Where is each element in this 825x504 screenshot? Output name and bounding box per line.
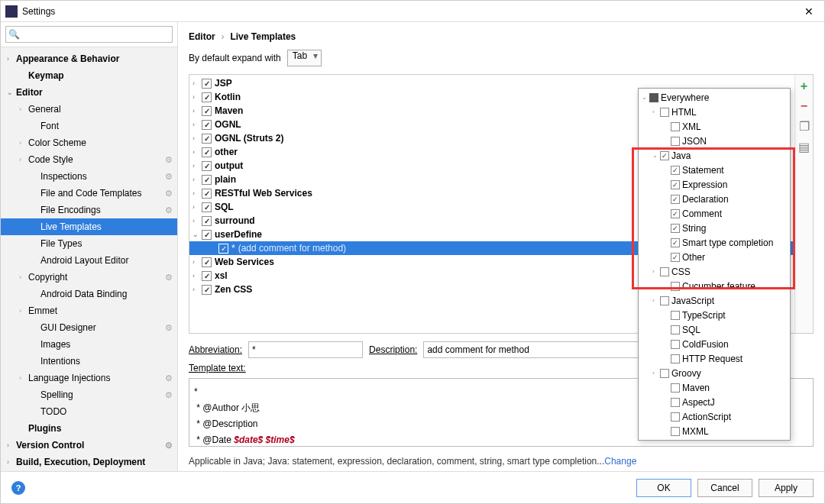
checkbox[interactable]	[218, 244, 228, 254]
checkbox[interactable]	[671, 166, 680, 175]
checkbox[interactable]	[649, 93, 658, 102]
breadcrumb-parent[interactable]: Editor	[189, 31, 215, 42]
sidebar-item-file-encodings[interactable]: File Encodings⚙	[1, 202, 177, 218]
sidebar-item-editor[interactable]: ⌄Editor	[1, 84, 177, 101]
checkbox[interactable]	[202, 79, 212, 89]
sidebar-item-language-injections[interactable]: ›Language Injections⚙	[1, 370, 177, 386]
context-item-http-request[interactable]: HTTP Request	[639, 351, 790, 366]
context-popup[interactable]: ⌄Everywhere›HTMLXMLJSON⌄JavaStatementExp…	[638, 88, 791, 441]
checkbox[interactable]	[202, 120, 212, 130]
checkbox[interactable]	[202, 285, 212, 295]
context-item-json[interactable]: JSON	[639, 134, 790, 148]
sidebar-item-appearance-behavior[interactable]: ›Appearance & Behavior	[1, 50, 177, 67]
sidebar-item-todo[interactable]: TODO	[1, 403, 177, 420]
checkbox[interactable]	[202, 147, 212, 157]
close-icon[interactable]: ✕	[798, 5, 820, 18]
sidebar-item-live-templates[interactable]: Live Templates	[1, 218, 177, 235]
apply-button[interactable]: Apply	[759, 479, 814, 497]
settings-tree[interactable]: ›Appearance & BehaviorKeymap⌄Editor›Gene…	[1, 47, 177, 471]
context-item-string[interactable]: String	[639, 221, 790, 235]
checkbox[interactable]	[671, 137, 680, 146]
ok-button[interactable]: OK	[636, 479, 691, 497]
context-item-typescript[interactable]: TypeScript	[639, 308, 790, 322]
sidebar-item-spelling[interactable]: Spelling⚙	[1, 386, 177, 403]
checkbox[interactable]	[202, 161, 212, 171]
checkbox[interactable]	[202, 230, 212, 240]
sidebar-item-font[interactable]: Font	[1, 118, 177, 134]
sidebar-item-keymap[interactable]: Keymap	[1, 67, 177, 84]
context-item-coldfusion[interactable]: ColdFusion	[639, 337, 790, 351]
expand-select[interactable]: Tab	[287, 50, 322, 66]
duplicate-icon[interactable]: ▤	[798, 140, 810, 154]
checkbox[interactable]	[671, 383, 680, 393]
checkbox[interactable]	[202, 175, 212, 185]
checkbox[interactable]	[671, 209, 680, 218]
checkbox[interactable]	[202, 216, 212, 226]
checkbox[interactable]	[202, 134, 212, 144]
context-item-html[interactable]: ›HTML	[639, 105, 790, 119]
sidebar-item-file-types[interactable]: File Types	[1, 235, 177, 252]
sidebar-item-emmet[interactable]: ›Emmet	[1, 302, 177, 319]
sidebar-item-code-style[interactable]: ›Code Style⚙	[1, 151, 177, 168]
context-item-sql[interactable]: SQL	[639, 322, 790, 337]
checkbox[interactable]	[671, 253, 680, 262]
sidebar-item-version-control[interactable]: ›Version Control⚙	[1, 437, 177, 454]
context-item-aspectj[interactable]: AspectJ	[639, 395, 790, 409]
cancel-button[interactable]: Cancel	[697, 479, 752, 497]
checkbox[interactable]	[660, 108, 669, 117]
sidebar-item-build-execution-deployment[interactable]: ›Build, Execution, Deployment	[1, 454, 177, 470]
checkbox[interactable]	[671, 224, 680, 233]
context-item-maven[interactable]: Maven	[639, 380, 790, 395]
context-item-xml[interactable]: XML	[639, 119, 790, 134]
checkbox[interactable]	[671, 180, 680, 189]
context-item-groovy[interactable]: ›Groovy	[639, 366, 790, 380]
context-item-declaration[interactable]: Declaration	[639, 192, 790, 206]
checkbox[interactable]	[202, 92, 212, 102]
checkbox[interactable]	[671, 354, 680, 363]
search-input[interactable]	[5, 26, 173, 43]
sidebar-item-android-layout-editor[interactable]: Android Layout Editor	[1, 252, 177, 269]
add-icon[interactable]: +	[801, 79, 807, 93]
context-item-expression[interactable]: Expression	[639, 177, 790, 192]
checkbox[interactable]	[671, 311, 680, 320]
sidebar-item-plugins[interactable]: Plugins	[1, 420, 177, 437]
help-icon[interactable]: ?	[11, 481, 25, 495]
checkbox[interactable]	[660, 369, 669, 378]
abbreviation-input[interactable]	[248, 341, 363, 358]
checkbox[interactable]	[202, 106, 212, 116]
checkbox[interactable]	[671, 427, 680, 436]
checkbox[interactable]	[660, 267, 669, 276]
checkbox[interactable]	[671, 412, 680, 422]
checkbox[interactable]	[671, 195, 680, 204]
context-item-javascript[interactable]: ›JavaScript	[639, 293, 790, 308]
remove-icon[interactable]: −	[801, 99, 807, 113]
context-item-css[interactable]: ›CSS	[639, 264, 790, 279]
checkbox[interactable]	[671, 238, 680, 247]
sidebar-item-general[interactable]: ›General	[1, 101, 177, 118]
checkbox[interactable]	[202, 257, 212, 267]
sidebar-item-inspections[interactable]: Inspections⚙	[1, 168, 177, 185]
checkbox[interactable]	[671, 325, 680, 334]
sidebar-item-images[interactable]: Images	[1, 336, 177, 353]
sidebar-item-gui-designer[interactable]: GUI Designer⚙	[1, 319, 177, 336]
sidebar-item-intentions[interactable]: Intentions	[1, 353, 177, 370]
checkbox[interactable]	[671, 122, 680, 131]
context-item-everywhere[interactable]: ⌄Everywhere	[639, 90, 790, 105]
change-link[interactable]: Change	[604, 456, 636, 467]
sidebar-item-android-data-binding[interactable]: Android Data Binding	[1, 286, 177, 302]
context-item-cucumber-feature[interactable]: Cucumber feature	[639, 279, 790, 293]
context-item-smart-type-completion[interactable]: Smart type completion	[639, 235, 790, 250]
checkbox[interactable]	[671, 398, 680, 407]
copy-icon[interactable]: ❐	[799, 119, 810, 134]
checkbox[interactable]	[660, 151, 669, 160]
context-item-java[interactable]: ⌄Java	[639, 148, 790, 163]
sidebar-item-copyright[interactable]: ›Copyright⚙	[1, 269, 177, 286]
context-item-other[interactable]: Other	[639, 250, 790, 264]
checkbox[interactable]	[660, 296, 669, 305]
checkbox[interactable]	[202, 271, 212, 281]
context-item-mxml[interactable]: MXML	[639, 424, 790, 438]
checkbox[interactable]	[671, 340, 680, 349]
sidebar-item-file-and-code-templates[interactable]: File and Code Templates⚙	[1, 185, 177, 202]
checkbox[interactable]	[202, 202, 212, 212]
sidebar-item-color-scheme[interactable]: ›Color Scheme	[1, 134, 177, 151]
